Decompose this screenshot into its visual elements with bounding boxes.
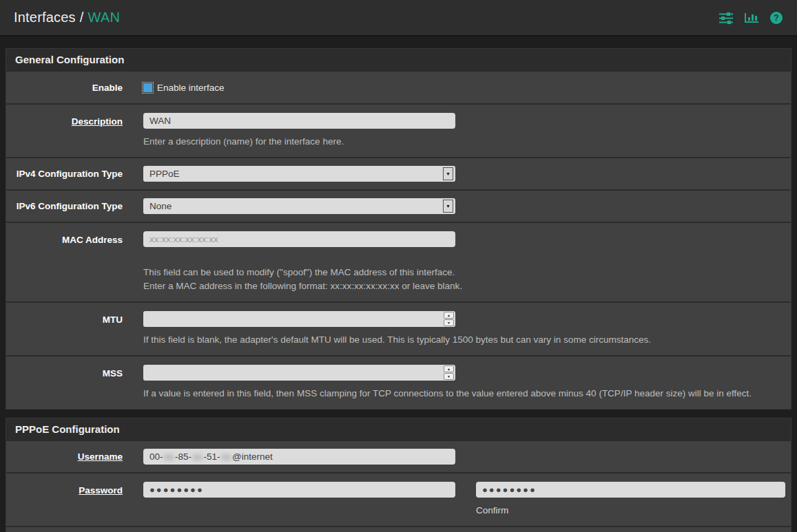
- ipv4-config-type-value: PPPoE: [149, 169, 180, 179]
- spinner-up-icon[interactable]: ▲: [444, 312, 454, 319]
- row-ipv6-config-type: IPv6 Configuration Type None ▼: [6, 189, 791, 222]
- ipv6-config-type-select[interactable]: None ▼: [143, 198, 455, 214]
- chevron-down-icon: ▼: [443, 200, 453, 213]
- password-confirm-masked-value: ●●●●●●●●: [482, 485, 537, 495]
- mtu-help: If this field is blank, the adapter's de…: [143, 333, 785, 347]
- row-mac-address: MAC Address This field can be used to mo…: [6, 222, 791, 301]
- enable-label: Enable: [6, 83, 123, 93]
- row-ipv4-config-type: IPv4 Configuration Type PPPoE ▼: [6, 157, 791, 189]
- mac-address-input[interactable]: [143, 231, 455, 247]
- enable-interface-checkbox-label[interactable]: Enable interface: [157, 83, 225, 93]
- pppoe-configuration-title: PPPoE Configuration: [6, 418, 791, 440]
- help-icon[interactable]: ?: [769, 11, 783, 25]
- general-configuration-title: General Configuration: [6, 49, 791, 70]
- interface-config-panel: General Configuration Enable Enable inte…: [6, 48, 791, 532]
- description-label: Description: [72, 116, 123, 127]
- row-enable: Enable Enable interface: [6, 70, 791, 103]
- row-mtu: MTU ▲ ▼ If this field is blank, the adap…: [6, 301, 791, 355]
- ipv4-config-type-label: IPv4 Configuration Type: [6, 169, 123, 179]
- breadcrumb: Interfaces/WAN: [14, 10, 120, 25]
- row-mss: MSS ▲ ▼ If a value is entered in this fi…: [6, 355, 791, 409]
- service-name-label: Service name: [6, 527, 123, 532]
- ipv6-config-type-label: IPv6 Configuration Type: [6, 201, 123, 211]
- breadcrumb-page: WAN: [88, 10, 121, 25]
- description-help: Enter a description (name) for the inter…: [143, 135, 785, 149]
- row-username: Username 00-xx-85-xx-51-xx@internet: [6, 440, 791, 472]
- password-masked-value: ●●●●●●●●: [149, 485, 204, 495]
- svg-text:?: ?: [774, 13, 778, 23]
- mac-address-label: MAC Address: [6, 223, 123, 301]
- spinner-down-icon[interactable]: ▼: [444, 373, 454, 380]
- password-confirm-label: Confirm: [476, 504, 785, 518]
- pppoe-configuration-section: PPPoE Configuration Username 00-xx-85-xx…: [6, 418, 791, 532]
- description-input[interactable]: [143, 113, 455, 129]
- breadcrumb-section[interactable]: Interfaces: [14, 10, 76, 25]
- navbar-icons: ?: [718, 11, 783, 25]
- breadcrumb-separator: /: [76, 10, 88, 25]
- mac-address-help-line2: Enter a MAC address in the following for…: [143, 279, 785, 293]
- mtu-input[interactable]: ▲ ▼: [143, 311, 455, 327]
- general-configuration-section: General Configuration Enable Enable inte…: [6, 48, 791, 409]
- row-password: Password ●●●●●●●● ●●●●●●●● Confirm: [6, 472, 791, 526]
- ipv4-config-type-select[interactable]: PPPoE ▼: [143, 166, 455, 182]
- password-input[interactable]: ●●●●●●●●: [143, 482, 455, 498]
- spinner-down-icon[interactable]: ▼: [444, 319, 454, 326]
- top-navbar: Interfaces/WAN: [0, 0, 797, 36]
- ipv6-config-type-value: None: [149, 201, 172, 211]
- username-field[interactable]: 00-xx-85-xx-51-xx@internet: [143, 449, 455, 465]
- mss-label: MSS: [6, 357, 123, 409]
- mtu-label: MTU: [6, 303, 123, 355]
- row-description: Description Enter a description (name) f…: [6, 103, 791, 157]
- mac-address-help-line1: This field can be used to modify ("spoof…: [143, 266, 785, 279]
- row-service-name: Service name This field can usually be l…: [6, 526, 791, 532]
- bar-chart-icon[interactable]: [744, 12, 759, 24]
- sliders-icon[interactable]: [718, 12, 734, 24]
- spinner-up-icon[interactable]: ▲: [444, 365, 454, 372]
- enable-interface-checkbox[interactable]: [143, 83, 152, 92]
- password-confirm-input[interactable]: ●●●●●●●●: [476, 482, 785, 498]
- password-label: Password: [79, 485, 123, 496]
- mss-help: If a value is entered in this field, the…: [143, 387, 785, 401]
- mss-input[interactable]: ▲ ▼: [143, 365, 455, 381]
- chevron-down-icon: ▼: [443, 167, 453, 180]
- username-label: Username: [78, 451, 123, 462]
